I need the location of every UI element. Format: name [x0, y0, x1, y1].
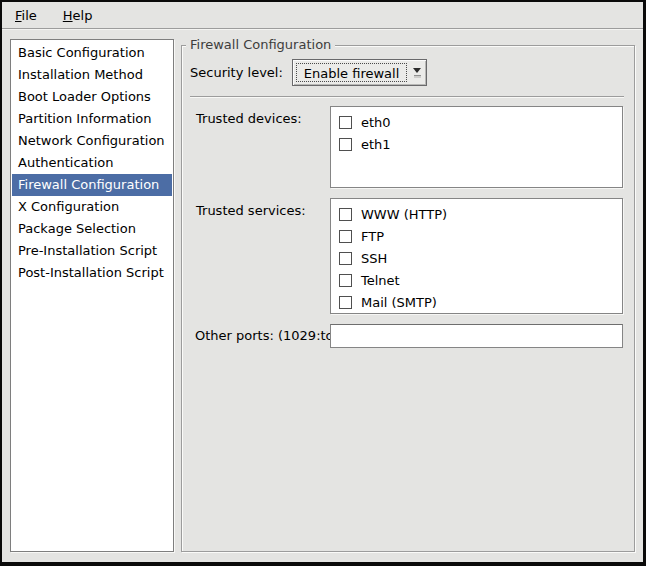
sidebar-item-package-selection[interactable]: Package Selection — [12, 218, 172, 240]
sidebar-item-pre-installation-script[interactable]: Pre-Installation Script — [12, 240, 172, 262]
sidebar-item-basic-configuration[interactable]: Basic Configuration — [12, 42, 172, 64]
checkbox-ssh[interactable] — [339, 252, 352, 265]
menu-file[interactable]: File — [6, 4, 46, 27]
menu-help[interactable]: Help — [54, 4, 102, 27]
sidebar-item-network-configuration[interactable]: Network Configuration — [12, 130, 172, 152]
checkbox-www-http[interactable] — [339, 208, 352, 221]
combo-arrow-icon — [408, 60, 426, 85]
device-label: eth0 — [361, 115, 391, 130]
trusted-devices-list[interactable]: eth0 eth1 — [330, 106, 623, 188]
device-row-eth0[interactable]: eth0 — [333, 111, 620, 133]
firewall-form: Trusted devices: eth0 eth1 Trusted servi… — [189, 106, 624, 348]
sidebar-item-installation-method[interactable]: Installation Method — [12, 64, 172, 86]
service-row-www-http[interactable]: WWW (HTTP) — [333, 203, 620, 225]
security-level-value: Enable firewall — [296, 63, 407, 82]
other-ports-label: Other ports: (1029:tcp) — [189, 324, 330, 343]
sidebar-item-firewall-configuration[interactable]: Firewall Configuration — [12, 174, 172, 196]
checkbox-mail-smtp[interactable] — [339, 296, 352, 309]
checkbox-ftp[interactable] — [339, 230, 352, 243]
service-label: Mail (SMTP) — [361, 295, 437, 310]
menubar: File Help — [2, 2, 643, 29]
frame-title: Firewall Configuration — [186, 37, 335, 52]
security-level-dropdown[interactable]: Enable firewall — [292, 59, 427, 86]
main-content: Basic Configuration Installation Method … — [2, 29, 643, 562]
other-ports-input[interactable] — [330, 324, 623, 348]
separator — [190, 96, 624, 98]
service-label: WWW (HTTP) — [361, 207, 447, 222]
service-label: FTP — [361, 229, 384, 244]
checkbox-eth1[interactable] — [339, 138, 352, 151]
sidebar-item-x-configuration[interactable]: X Configuration — [12, 196, 172, 218]
section-list: Basic Configuration Installation Method … — [10, 39, 174, 552]
trusted-services-list[interactable]: WWW (HTTP) FTP SSH Telnet — [330, 198, 623, 314]
security-level-row: Security level: Enable firewall — [189, 59, 624, 86]
device-label: eth1 — [361, 137, 391, 152]
device-row-eth1[interactable]: eth1 — [333, 133, 620, 155]
checkbox-eth0[interactable] — [339, 116, 352, 129]
service-row-telnet[interactable]: Telnet — [333, 269, 620, 291]
service-row-ssh[interactable]: SSH — [333, 247, 620, 269]
trusted-devices-label: Trusted devices: — [189, 106, 330, 126]
sidebar-item-boot-loader-options[interactable]: Boot Loader Options — [12, 86, 172, 108]
service-label: SSH — [361, 251, 387, 266]
trusted-services-label: Trusted services: — [189, 198, 330, 218]
checkbox-telnet[interactable] — [339, 274, 352, 287]
service-label: Telnet — [361, 273, 400, 288]
service-row-ftp[interactable]: FTP — [333, 225, 620, 247]
firewall-configuration-frame: Firewall Configuration Security level: E… — [181, 45, 635, 552]
app-window: File Help Basic Configuration Installati… — [0, 0, 646, 566]
sidebar-item-authentication[interactable]: Authentication — [12, 152, 172, 174]
sidebar-item-partition-information[interactable]: Partition Information — [12, 108, 172, 130]
service-row-mail-smtp[interactable]: Mail (SMTP) — [333, 291, 620, 313]
security-level-label: Security level: — [190, 65, 283, 80]
sidebar-item-post-installation-script[interactable]: Post-Installation Script — [12, 262, 172, 284]
